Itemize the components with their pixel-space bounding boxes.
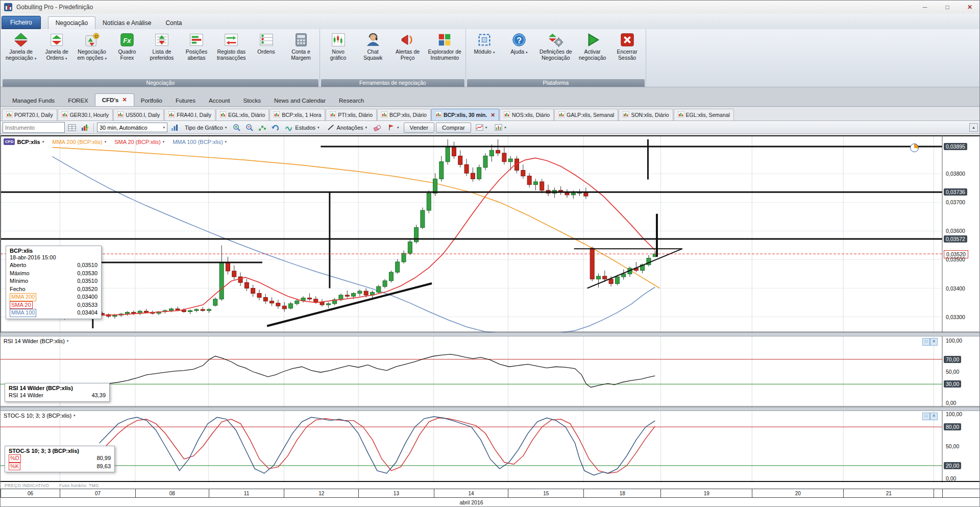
ribbon-button-quadro-forex[interactable]: FxQuadroForex [110, 30, 144, 62]
ribbon-button-ajuda[interactable]: ?Ajuda ▾ [502, 30, 536, 56]
chart-type-icon-button[interactable] [169, 122, 180, 133]
ribbon-button-negocia-o-em-op-es[interactable]: ONegociaçãoem opções ▾ [74, 30, 110, 62]
ribbon-button-conta-e-margem[interactable]: Conta eMargem [284, 30, 318, 62]
date-cell-13: 13 [358, 489, 434, 498]
ribbon-button-defini-es-de-negocia-o[interactable]: Definições deNegociação [536, 30, 575, 62]
ribbon-button-label: Ordens [257, 49, 275, 55]
panel-splitter-1[interactable] [1, 332, 980, 336]
menu-tab-negocia-o[interactable]: Negociação [48, 16, 95, 29]
workspace-tab-research[interactable]: Research [332, 94, 371, 106]
stoc-panel-restore-icon[interactable]: □ [922, 413, 930, 420]
chart-tab-bcp-xlis-1-hora[interactable]: BCP:xlis, 1 Hora [270, 109, 325, 120]
ribbon-button-lista-de-preferidos[interactable]: Lista depreferidos [144, 30, 179, 62]
workspace-tab-forex[interactable]: FOREX [61, 94, 95, 106]
workspace-tab-managed-funds[interactable]: Managed Funds [6, 94, 61, 106]
scroll-up-button[interactable]: ▲ [969, 123, 978, 132]
instrument-explorer-icon [437, 32, 452, 47]
instrument-list-button[interactable] [66, 122, 78, 133]
chevron-down-icon: ▾ [163, 140, 165, 144]
close-tab-icon[interactable]: ✕ [122, 96, 127, 103]
close-tab-icon[interactable]: ✕ [491, 112, 495, 118]
ribbon-button-alertas-de-pre-o[interactable]: Alertas dePreço [390, 30, 425, 62]
ribbon-button-encerrar-sess-o[interactable]: EncerrarSessão [610, 30, 645, 62]
sma20-legend[interactable]: SMA 20 (BCP:xlis)▾ [114, 139, 164, 145]
stoc-axis-label: 0,00 [944, 475, 958, 482]
toolbar-separator [93, 123, 94, 132]
chart-tab-ger30-i-hourly[interactable]: GER30.I, Hourly [58, 109, 113, 120]
workspace-tab-futures[interactable]: Futures [169, 94, 202, 106]
close-button[interactable]: ✕ [962, 2, 977, 12]
workspace-tab-news-and-calendar[interactable]: News and Calendar [267, 94, 332, 106]
ribbon-button-janela-de-negocia-o[interactable]: Janela denegociação ▾ [3, 30, 39, 62]
compare-points-button[interactable] [257, 122, 268, 133]
chart-tab-galp-xlis-semanal[interactable]: GALP:xlis, Semanal [554, 109, 618, 120]
rsi-plot[interactable] [1, 336, 980, 407]
tooltip-row-value: 0,03404 [77, 309, 97, 317]
chart-tab-egl-xlis-semanal[interactable]: EGL:xlis, Semanal [674, 109, 734, 120]
eraser-button[interactable] [372, 122, 383, 133]
price-axis-label: 0,03600 [944, 227, 967, 234]
volume-chart-button[interactable]: ▾ [492, 122, 509, 133]
buy-button[interactable]: Comprar [436, 123, 471, 133]
chart-tab-fra40-i-daily[interactable]: FRA40.I, Daily [164, 109, 215, 120]
instrument-input[interactable] [3, 122, 65, 133]
zoom-out-button[interactable] [244, 122, 255, 133]
chart-tab-port20-i-daily[interactable]: PORT20.I, Daily [2, 109, 57, 120]
main-chart-plot[interactable] [1, 135, 980, 332]
chevron-down-icon: ▾ [74, 414, 76, 418]
ribbon-button-novo-gr-fico[interactable]: Novográfico [321, 30, 356, 62]
chart-tab-pti-xlis-di-rio[interactable]: PTI:xlis, Diário [326, 109, 377, 120]
undo-button[interactable] [270, 122, 281, 133]
ribbon-button-chat-squawk[interactable]: ChatSquawk [356, 30, 390, 62]
chart-tab-bcp-xlis-di-rio[interactable]: BCP:xlis, Diário [377, 109, 431, 120]
chevron-down-icon: ▾ [163, 126, 165, 130]
minimize-button[interactable]: ─ [917, 2, 933, 12]
ribbon-button-activar-negocia-o[interactable]: Activarnegociação [575, 30, 610, 62]
flag-annotation-button[interactable]: ▾ [384, 122, 402, 133]
chart-tab-us500-i-daily[interactable]: US500.I, Daily [113, 109, 164, 120]
workspace-tab-cfd-s[interactable]: CFD's✕ [95, 93, 134, 106]
interval-select[interactable]: 30 min, Automático▾ [97, 123, 167, 132]
mma200-legend[interactable]: MMA 200 (BCP:xlis)▾ [52, 139, 106, 145]
ribbon-button-m-dulo[interactable]: Módulo ▾ [467, 30, 502, 56]
ribbon-button-explorador-de-instrumento[interactable]: Explorador deInstrumento [425, 30, 464, 62]
price-chart-button[interactable]: ▾ [473, 122, 491, 133]
menu-tab-conta[interactable]: Conta [158, 17, 189, 29]
instrument-chart-button[interactable] [79, 122, 90, 133]
mma100-legend[interactable]: MMA 100 (BCP:xlis)▾ [173, 139, 227, 145]
ribbon-group-caption: Ferramentas de negociação [321, 79, 464, 87]
file-menu-button[interactable]: Ficheiro [2, 16, 41, 29]
rsi-panel-restore-icon[interactable]: □ [922, 338, 930, 346]
chart-session-clock-icon[interactable] [910, 143, 919, 152]
workspace-tab-account[interactable]: Account [202, 94, 237, 106]
chart-tab-son-xlis-di-rio[interactable]: SON:xlis, Diário [619, 109, 673, 120]
ribbon-button-posi-es-abertas[interactable]: Posiçõesabertas [179, 30, 214, 62]
stoc-panel-close-icon[interactable]: ✕ [930, 413, 938, 420]
chart-type-button[interactable]: Tipo de Gráfico▾ [182, 122, 230, 133]
chart-tab-nos-xlis-di-rio[interactable]: NOS:xlis, Diário [500, 109, 554, 120]
stochastic-plot[interactable] [1, 411, 980, 482]
ribbon-button-registo-das-transac-es[interactable]: Registo dastransacções [214, 30, 249, 62]
workspace-tab-portfolio[interactable]: Portfolio [134, 94, 169, 106]
menu-tab-not-cias-e-an-lise[interactable]: Notícias e Análise [95, 17, 158, 29]
maximize-button[interactable]: □ [940, 2, 955, 12]
stoc-legend[interactable]: STOC-S 10; 3; 3 (BCP:xlis)▾ [4, 413, 76, 419]
annotations-button[interactable]: Anotações▾ [324, 122, 371, 133]
tooltip-row-value: 0,03520 [77, 285, 97, 294]
panel-splitter-2[interactable] [1, 407, 980, 411]
chart-tab-egl-xlis-di-rio[interactable]: EGL:xlis, Diário [216, 109, 269, 120]
chart-tab-bcp-xlis-30-min[interactable]: BCP:xlis, 30 min.✕ [431, 109, 499, 120]
rsi-axis-label: 30,00 [944, 380, 961, 388]
sell-button[interactable]: Vender [404, 123, 434, 133]
symbol-legend[interactable]: CFDBCP:xlis▾ [4, 138, 44, 145]
ribbon-button-janela-de-ordens[interactable]: Janela deOrdens ▾ [39, 30, 74, 62]
rsi-panel-close-icon[interactable]: ✕ [930, 338, 938, 346]
rsi-legend[interactable]: RSI 14 Wilder (BCP:xlis)▾ [4, 338, 68, 344]
zoom-in-button[interactable] [231, 122, 242, 133]
studies-button[interactable]: Estudos▾ [282, 122, 322, 133]
tooltip-row-label: Mínimo [10, 277, 28, 285]
ribbon-button-ordens[interactable]: Ordens [249, 30, 284, 56]
ribbon-button-label: ChatSquawk [363, 49, 382, 61]
workspace-tab-stocks[interactable]: Stocks [236, 94, 267, 106]
stoc-tooltip: STOC-S 10; 3; 3 (BCP:xlis) %D80,99%K89,6… [5, 446, 115, 472]
